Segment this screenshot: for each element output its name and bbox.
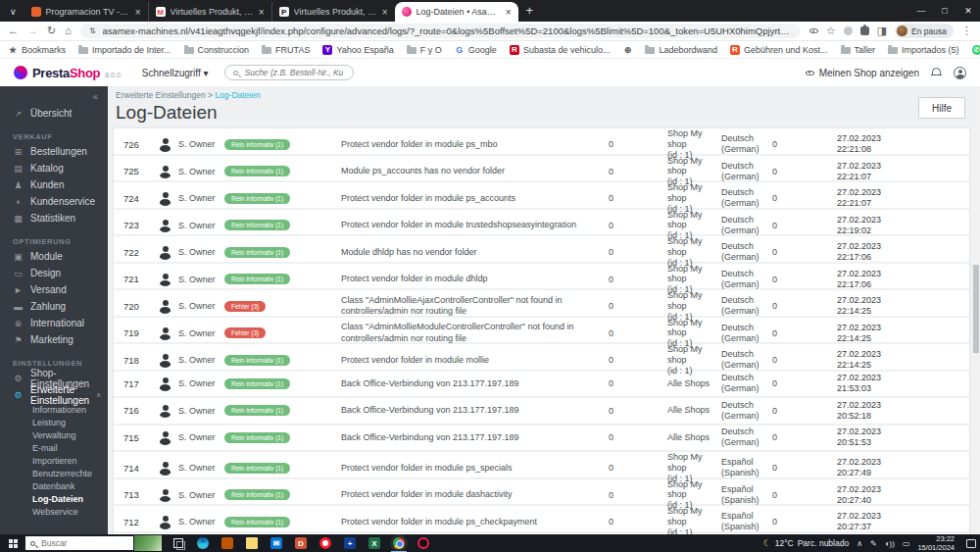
prestashop-logo[interactable]: PrestaShop 8.0.0 <box>14 66 121 80</box>
close-icon[interactable]: × <box>382 7 388 18</box>
browser-tab[interactable]: Log-Dateien • Asamex B.V.× <box>395 2 518 22</box>
maximize-button[interactable]: □ <box>933 0 956 22</box>
bookmark-item[interactable]: ✆WhatsApp <box>972 45 980 55</box>
pen-icon[interactable]: ✎ <box>870 539 877 548</box>
sidebar-item-marketing[interactable]: ⚑Marketing <box>0 331 108 348</box>
help-button[interactable]: Hilfe <box>918 97 965 119</box>
address-bar[interactable]: ⇅ asamex-machines.nl/v41ieagthvqgekjf/in… <box>80 24 801 38</box>
sidebar-subitem-leistung[interactable]: Leistung <box>0 416 108 428</box>
browser-tab[interactable]: MVirtuelles Produkt, kein Downl...× <box>148 2 271 22</box>
sidebar-subitem-webservice[interactable]: Webservice <box>0 505 108 518</box>
close-icon[interactable]: × <box>135 7 141 18</box>
sidebar-subitem-datenbank[interactable]: Datenbank <box>0 479 108 492</box>
profile-chip[interactable]: En pausa <box>895 24 954 38</box>
sidebar-item-zahlung[interactable]: ▬Zahlung <box>0 298 108 315</box>
mail-app-icon[interactable]: ✉ <box>270 537 282 549</box>
sidebar-subitem-informationen[interactable]: Informationen <box>0 403 108 416</box>
bookmark-item[interactable]: Taller <box>841 45 876 55</box>
bookmark-item[interactable]: Ladebordwand <box>645 45 717 55</box>
minimize-button[interactable]: — <box>909 0 933 22</box>
bookmark-item[interactable]: ★Bookmarks <box>8 45 66 55</box>
bookmark-item[interactable]: FRUTAS <box>262 45 310 55</box>
opera-app-icon[interactable] <box>319 537 331 549</box>
scrollbar-thumb[interactable] <box>973 265 979 353</box>
chrome-app-icon[interactable] <box>393 537 405 549</box>
file-explorer-app-icon[interactable] <box>246 537 258 549</box>
browser-tab[interactable]: Programacion TV - TVguiues× <box>24 2 148 22</box>
close-button[interactable]: ✕ <box>956 0 980 22</box>
notifications-bell-icon[interactable] <box>932 68 941 75</box>
sidebar-item-kunden[interactable]: ♟Kunden <box>0 176 108 193</box>
browser-scrollbar[interactable] <box>972 86 980 534</box>
word-app-icon[interactable]: + <box>344 537 356 549</box>
extension-icon[interactable] <box>844 26 853 35</box>
severity-cell: Rein informativ (1) <box>224 405 341 416</box>
forward-icon[interactable]: → <box>27 25 38 36</box>
bookmark-item[interactable]: F y O <box>407 45 442 55</box>
sidebar-item-international[interactable]: ⊕International <box>0 315 108 331</box>
excel-app-icon[interactable]: X <box>368 537 380 549</box>
sidebar-item-design[interactable]: ▭Design <box>0 265 108 281</box>
bookmark-item[interactable]: GGoogle <box>455 45 497 55</box>
sidebar-item-erweiterte-einstellungen[interactable]: ⚙Erweiterte Einstellungen∧ <box>0 386 108 403</box>
admin-search[interactable] <box>224 65 354 80</box>
version-label: 8.0.0 <box>105 72 121 78</box>
admin-search-input[interactable] <box>243 67 345 78</box>
breadcrumb-parent[interactable]: Erweiterte Einstellungen <box>116 90 206 100</box>
browser-tab[interactable]: PVirtuelles Produkt, kein Downl...× <box>271 2 395 22</box>
volume-icon[interactable]: ◖)) <box>885 539 895 548</box>
log-date: 27.02.202320:27:49 <box>829 457 969 478</box>
severity-cell: Rein informativ (1) <box>224 355 341 366</box>
sidebar-item-versand[interactable]: ►Versand <box>0 281 108 298</box>
hidden-icons-chevron[interactable]: ∧ <box>857 539 862 548</box>
bookmark-item[interactable]: Importado de Inter... <box>78 45 172 55</box>
sidebar-item-kundenservice[interactable]: ◗Kundenservice <box>0 193 108 210</box>
sidebar-subitem-verwaltung[interactable]: Verwaltung <box>0 428 108 441</box>
notification-center-icon[interactable] <box>966 539 976 548</box>
sidebar-item-katalog[interactable]: ▤Katalog <box>0 160 108 176</box>
tab-search-icon[interactable]: ∨ <box>10 7 17 17</box>
home-icon[interactable]: ⌂ <box>65 25 72 36</box>
bookmark-item[interactable]: Construccion <box>184 45 250 55</box>
task-view-icon[interactable] <box>173 538 183 548</box>
weather-widget[interactable]: ☾ 12°C Parc. nublado <box>763 538 850 548</box>
taskbar-clock[interactable]: 23:22 15/01/2024 <box>917 534 955 552</box>
sidebar-item-module[interactable]: ▣Module <box>0 248 108 265</box>
sidebar-item-statistiken[interactable]: ▦Statistiken <box>0 210 108 226</box>
bookmark-item[interactable]: YYahoo España <box>322 45 393 55</box>
extensions-puzzle-icon[interactable] <box>860 26 869 35</box>
kebab-menu-icon[interactable]: ⋮ <box>961 25 972 36</box>
sidebar-item--bersicht[interactable]: ↗Übersicht <box>0 105 108 122</box>
side-panel-icon[interactable]: ◨ <box>877 25 887 36</box>
sidebar-collapse-icon[interactable]: « <box>92 91 98 102</box>
bookmark-item[interactable]: RGebühren und Kost... <box>730 45 828 55</box>
sidebar-subitem-e-mail[interactable]: E-mail <box>0 441 108 454</box>
amazon-app-icon[interactable] <box>221 537 233 549</box>
sidebar-subitem-importieren[interactable]: Importieren <box>0 454 108 467</box>
back-icon[interactable]: ← <box>8 25 19 36</box>
reload-icon[interactable]: ↻ <box>47 25 56 36</box>
start-button[interactable] <box>0 539 25 548</box>
quick-access-dropdown[interactable]: Schnellzugriff ▾ <box>142 68 209 78</box>
sidebar-subitem-log-dateien[interactable]: Log-Dateien <box>0 492 108 505</box>
widgets-thumbnail[interactable] <box>134 535 162 551</box>
bookmark-item[interactable]: RSubasta de vehiculo... <box>510 45 611 55</box>
view-shop-link[interactable]: Meinen Shop anzeigen <box>806 68 919 78</box>
taskbar-search[interactable] <box>25 536 133 550</box>
powerpoint-app-icon[interactable]: D <box>295 537 307 549</box>
bookmark-item[interactable]: Importados (5) <box>888 45 959 55</box>
account-avatar-icon[interactable] <box>954 67 966 79</box>
sidebar-item-bestellungen[interactable]: ⊞Bestellungen <box>0 143 108 160</box>
site-info-icon[interactable]: ⇅ <box>89 27 96 35</box>
display-icon[interactable]: ▭ <box>903 539 910 548</box>
bookmark-item[interactable]: ⊕ <box>622 45 632 55</box>
edge-app-icon[interactable] <box>197 537 209 549</box>
opera-gx-app-icon[interactable] <box>417 537 429 549</box>
new-tab-button[interactable]: + <box>526 3 534 18</box>
bookmark-star-icon[interactable]: ☆ <box>826 25 836 36</box>
close-icon[interactable]: × <box>506 7 512 18</box>
password-eye-icon[interactable] <box>809 28 818 33</box>
taskbar-search-input[interactable] <box>39 537 118 549</box>
sidebar-subitem-benutzerrechte[interactable]: Benutzerrechte <box>0 467 108 479</box>
close-icon[interactable]: × <box>259 7 265 18</box>
